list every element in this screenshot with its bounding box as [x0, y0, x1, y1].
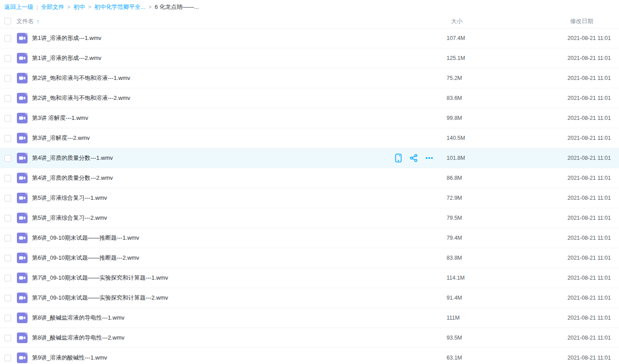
- table-row[interactable]: 第3讲 溶解度---1.wmv 99.8M 2021-08-21 11:01: [0, 108, 619, 128]
- file-date: 2021-08-21 11:01: [567, 155, 612, 161]
- video-file-icon: [17, 273, 28, 283]
- file-name-link[interactable]: 第2讲_饱和溶液与不饱和溶液---1.wmv: [32, 74, 447, 82]
- file-name-link[interactable]: 第6讲_09-10期末试题——推断题---2.wmv: [32, 254, 447, 262]
- file-date: 2021-08-21 11:01: [567, 355, 612, 361]
- row-checkbox[interactable]: [4, 355, 11, 361]
- row-checkbox[interactable]: [4, 35, 11, 42]
- table-row[interactable]: 第4讲_溶质的质量分数---1.wmv: [0, 148, 619, 168]
- file-date: 2021-08-21 11:01: [567, 195, 612, 201]
- file-date: 2021-08-21 11:01: [567, 135, 612, 141]
- file-name-link[interactable]: 第8讲_酸碱盐溶液的导电性---2.wmv: [32, 334, 447, 342]
- table-row[interactable]: 第2讲_饱和溶液与不饱和溶液---2.wmv 83.6M 2021-08-21 …: [0, 88, 619, 108]
- row-hover-actions: [394, 154, 433, 162]
- file-name-link[interactable]: 第5讲_溶液综合复习---2.wmv: [32, 214, 447, 222]
- row-checkbox[interactable]: [4, 195, 11, 202]
- file-name-link[interactable]: 第6讲_09-10期末试题——推断题---1.wmv: [32, 234, 447, 242]
- video-file-icon: [17, 313, 28, 323]
- video-file-icon: [17, 133, 28, 143]
- file-name-link[interactable]: 第9讲_溶液的酸碱性---1.wmv: [32, 354, 447, 362]
- table-row[interactable]: 第6讲_09-10期末试题——推断题---1.wmv 79.4M 2021-08…: [0, 228, 619, 248]
- file-name-link[interactable]: 第7讲_09-10期末试题——实验探究和计算题---2.wmv: [32, 294, 447, 302]
- more-icon[interactable]: [425, 154, 433, 162]
- file-name-link[interactable]: 第8讲_酸碱盐溶液的导电性---1.wmv: [32, 314, 447, 322]
- table-row[interactable]: 第9讲_溶液的酸碱性---1.wmv 63.1M 2021-08-21 11:0…: [0, 348, 619, 364]
- video-file-icon: [17, 352, 28, 363]
- save-to-device-icon[interactable]: [394, 154, 402, 162]
- file-name-link[interactable]: 第5讲_溶液综合复习---1.wmv: [32, 194, 447, 202]
- video-file-icon: [17, 73, 28, 83]
- file-name-link[interactable]: 第3讲 溶解度---1.wmv: [32, 114, 447, 122]
- table-row[interactable]: 第7讲_09-10期末试题——实验探究和计算题---2.wmv 91.4M 20…: [0, 288, 619, 308]
- table-row[interactable]: 第1讲_溶液的形成---1.wmv 107.4M 2021-08-21 11:0…: [0, 28, 619, 48]
- table-row[interactable]: 第1讲_溶液的形成---2.wmv 125.1M 2021-08-21 11:0…: [0, 48, 619, 68]
- file-name-link[interactable]: 第1讲_溶液的形成---2.wmv: [32, 54, 447, 62]
- file-date: 2021-08-21 11:01: [567, 75, 612, 81]
- table-row[interactable]: 第7讲_09-10期末试题——实验探究和计算题---1.wmv 114.1M 2…: [0, 268, 619, 288]
- select-all-checkbox[interactable]: [4, 18, 11, 24]
- breadcrumb-back-link[interactable]: 返回上一级: [4, 3, 33, 11]
- column-header-filename[interactable]: 文件名: [16, 17, 34, 25]
- row-checkbox[interactable]: [4, 255, 11, 261]
- file-date: 2021-08-21 11:01: [567, 255, 612, 261]
- row-checkbox[interactable]: [4, 135, 11, 142]
- video-file-icon: [17, 193, 28, 203]
- breadcrumb: 返回上一级 | 全部文件 > 初中 > 初中化学范卿平全... > 6 化龙点睛…: [0, 0, 619, 14]
- row-checkbox[interactable]: [4, 55, 11, 62]
- file-size: 83.8M: [447, 255, 567, 261]
- row-checkbox[interactable]: [4, 215, 11, 222]
- breadcrumb-separator: >: [88, 4, 91, 10]
- file-size: 111M: [447, 315, 567, 321]
- file-size: 79.4M: [447, 235, 567, 241]
- row-checkbox[interactable]: [4, 75, 11, 82]
- table-row[interactable]: 第5讲_溶液综合复习---1.wmv 72.9M 2021-08-21 11:0…: [0, 188, 619, 208]
- column-header-date[interactable]: 修改日期: [567, 17, 612, 25]
- file-name-link[interactable]: 第3讲_溶解度---2.wmv: [32, 134, 447, 142]
- table-header: 文件名 ↑ 大小 修改日期: [0, 14, 619, 28]
- file-name-link[interactable]: 第4讲_溶质的质量分数---2.wmv: [32, 174, 447, 182]
- file-size: 101.8M: [447, 155, 567, 161]
- row-checkbox[interactable]: [4, 115, 11, 122]
- breadcrumb-item-chemistry-course[interactable]: 初中化学范卿平全...: [94, 3, 145, 11]
- row-checkbox[interactable]: [4, 175, 11, 182]
- file-name-link[interactable]: 第2讲_饱和溶液与不饱和溶液---2.wmv: [32, 94, 447, 102]
- table-row[interactable]: 第2讲_饱和溶液与不饱和溶液---1.wmv 75.2M 2021-08-21 …: [0, 68, 619, 88]
- video-file-icon: [17, 113, 28, 123]
- share-icon[interactable]: [410, 154, 418, 162]
- breadcrumb-separator: >: [67, 4, 70, 10]
- file-size: 93.5M: [447, 335, 567, 341]
- file-date: 2021-08-21 11:01: [567, 95, 612, 101]
- file-size: 72.9M: [447, 195, 567, 201]
- file-size: 114.1M: [447, 275, 567, 281]
- table-row[interactable]: 第5讲_溶液综合复习---2.wmv 79.5M 2021-08-21 11:0…: [0, 208, 619, 228]
- table-row[interactable]: 第4讲_溶质的质量分数---2.wmv 86.8M 2021-08-21 11:…: [0, 168, 619, 188]
- video-file-icon: [17, 173, 28, 183]
- row-checkbox[interactable]: [4, 95, 11, 102]
- video-file-icon: [17, 33, 28, 44]
- table-row[interactable]: 第3讲_溶解度---2.wmv 140.5M 2021-08-21 11:01: [0, 128, 619, 148]
- breadcrumb-item-junior-high[interactable]: 初中: [73, 3, 85, 11]
- row-checkbox[interactable]: [4, 295, 11, 301]
- file-name-link[interactable]: 第7讲_09-10期末试题——实验探究和计算题---1.wmv: [32, 274, 447, 282]
- row-checkbox[interactable]: [4, 315, 11, 321]
- sort-ascending-icon[interactable]: ↑: [36, 18, 40, 24]
- table-row[interactable]: 第8讲_酸碱盐溶液的导电性---1.wmv 111M 2021-08-21 11…: [0, 308, 619, 328]
- breadcrumb-item-all-files[interactable]: 全部文件: [41, 3, 64, 11]
- video-file-icon: [17, 253, 28, 263]
- row-checkbox[interactable]: [4, 155, 11, 162]
- file-date: 2021-08-21 11:01: [567, 235, 612, 241]
- video-file-icon: [17, 153, 28, 163]
- file-list: 第1讲_溶液的形成---1.wmv 107.4M 2021-08-21 11:0…: [0, 28, 619, 364]
- column-header-size[interactable]: 大小: [447, 17, 567, 25]
- file-size: 63.1M: [447, 355, 567, 361]
- file-size: 75.2M: [447, 75, 567, 81]
- row-checkbox[interactable]: [4, 275, 11, 281]
- table-row[interactable]: 第6讲_09-10期末试题——推断题---2.wmv 83.8M 2021-08…: [0, 248, 619, 268]
- table-row[interactable]: 第8讲_酸碱盐溶液的导电性---2.wmv 93.5M 2021-08-21 1…: [0, 328, 619, 348]
- row-checkbox[interactable]: [4, 335, 11, 341]
- file-size: 91.4M: [447, 295, 567, 301]
- file-date: 2021-08-21 11:01: [567, 295, 612, 301]
- video-file-icon: [17, 53, 28, 63]
- file-name-link[interactable]: 第4讲_溶质的质量分数---1.wmv: [32, 154, 394, 162]
- file-name-link[interactable]: 第1讲_溶液的形成---1.wmv: [32, 34, 447, 42]
- row-checkbox[interactable]: [4, 235, 11, 241]
